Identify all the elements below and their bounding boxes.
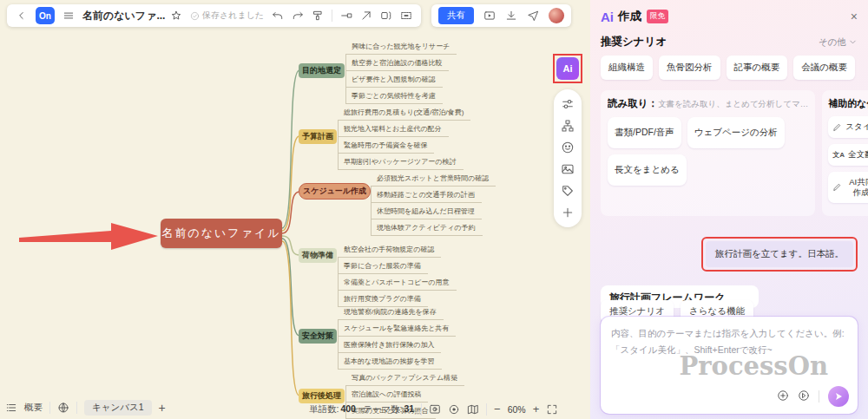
insert-canvas-button[interactable] [798,389,810,404]
locate-icon[interactable] [448,403,460,416]
word-count: 単語数:400 [309,403,356,416]
annotation-arrow [0,0,590,419]
history-board-icon[interactable] [429,403,441,416]
attach-button[interactable] [777,389,789,404]
assist-section: 補助的な作成 スタイルの美化 文A 全文翻訳 AI共同作成 [822,90,868,216]
scenario-fishbone[interactable]: 魚骨図分析 [659,56,720,80]
connector-icon[interactable] [340,10,352,22]
mindmap-subtopic[interactable]: 早期割引やパッケージツアーの検討 [338,154,464,170]
outline-label[interactable]: 概要 [24,402,43,414]
mindmap-subtopic[interactable]: 現地体験アクティビティの予約 [371,219,483,236]
zoom-in-button[interactable]: + [533,403,540,416]
branch-children-budget: 総旅行費用の見積もり(交通/宿泊/食費) 観光地入場料とお土産代の配分 緊急時用… [338,104,470,170]
mindmap-center-node[interactable]: 名前のないファイル [161,219,282,248]
tag-icon [561,184,575,198]
mindmap-subtopic[interactable]: 移動経路ごとの交通手段の計画 [371,187,482,203]
scenario-article-summary[interactable]: 記事の概要 [727,56,788,80]
image-button[interactable] [561,162,575,176]
file-title[interactable]: 名前のないファ... [82,9,162,23]
frame-icon[interactable] [400,10,412,22]
mindmap-subtopic[interactable]: 季節ごとの気候特性を考慮 [345,88,443,104]
smiley-icon [561,141,575,154]
processon-watermark: ProcessOn [679,351,828,381]
reading-heading: 読み取り： [608,97,658,110]
mindmap-subtopic[interactable]: 興味に合った観光地をリサーチ [345,38,457,55]
add-element-button[interactable] [561,206,575,219]
mindmap-subtopic[interactable]: スケジュールを緊急連絡先と共有 [338,320,456,337]
redo-icon[interactable] [292,10,304,22]
mindmap-subtopic[interactable]: 緊急時用の予備資金を確保 [338,137,434,154]
star-icon[interactable] [170,10,182,22]
ai-prompt-input[interactable]: 内容、目的のテーマまたは指示を入力してください。例: 「スタイル美化」、Shif… [601,317,858,414]
mindmap-topic-destination[interactable]: 目的地選定 [299,63,345,78]
collab-pen-icon [832,182,842,192]
close-panel-button[interactable]: × [851,10,858,23]
mindmap-subtopic[interactable]: 現地警察/病院の連絡先を保存 [338,304,444,320]
emoji-button[interactable] [561,141,575,154]
mindmap-subtopic[interactable]: 基本的な現地語の挨拶を学習 [338,353,442,370]
canvas-side-toolbar [554,89,582,227]
tag-button[interactable] [561,184,575,198]
reading-buttons: 書類/PDF/音声 ウェブページの分析 長文をまとめる [608,117,808,186]
ai-panel-title: 作成 [618,9,641,24]
read-summarize-longtext[interactable]: 長文をまとめる [608,154,687,186]
pen-icon [832,122,842,132]
minimap-icon[interactable] [467,403,479,416]
mindmap-topic-luggage[interactable]: 荷物準備 [299,248,337,263]
style-beautify-button[interactable]: スタイルの美化 [828,116,868,138]
mindmap-subtopic[interactable]: 航空会社の手荷物規定の確認 [338,241,441,258]
undo-icon[interactable] [272,10,284,22]
mindmap-subtopic[interactable]: 航空券と宿泊施設の価格比較 [345,55,449,71]
mindmap-canvas[interactable]: 名前のないファイル 目的地選定 興味に合った観光地をリサーチ 航空券と宿泊施設の… [0,0,590,419]
send-button[interactable] [828,386,849,407]
mindmap-topic-schedule[interactable]: スケジュール作成 [299,183,371,200]
toolbar-divider [332,10,332,22]
scenario-meeting-summary[interactable]: 会議の概要 [793,56,855,80]
more-scenarios-dropdown[interactable]: その他 [819,36,858,49]
canvas-tab[interactable]: キャンバス1 [84,400,152,416]
read-doc-pdf-audio[interactable]: 書類/PDF/音声 [608,117,681,148]
theme-globe-icon[interactable] [57,402,69,414]
zoom-level[interactable]: 60% [508,404,526,415]
mindmap-subtopic[interactable]: 宿泊施設への評価投稿 [345,386,428,403]
fullscreen-icon[interactable] [546,403,558,416]
back-icon[interactable] [16,10,28,22]
mindmap-subtopic[interactable]: 総旅行費用の見積もり(交通/宿泊/食費) [338,104,470,121]
adjust-sliders-button[interactable] [561,97,575,111]
present-icon[interactable] [483,10,496,22]
scenario-org-structure[interactable]: 組織構造 [601,56,653,80]
format-painter-icon[interactable] [312,10,324,22]
structure-button[interactable] [561,119,575,133]
read-webpage-analysis[interactable]: ウェブページの分析 [687,117,785,148]
mindmap-subtopic[interactable]: 休憩時間を組み込んだ日程管理 [371,203,482,219]
user-avatar[interactable] [549,8,564,23]
add-canvas-button[interactable]: + [159,401,166,415]
mindmap-subtopic[interactable]: 写真のバックアップシステム構築 [345,370,464,386]
ai-assistant-button[interactable]: Ai [556,57,579,80]
mindmap-topic-budget[interactable]: 予算計画 [299,129,337,144]
mindmap-subtopic[interactable]: 季節に合った服装の準備 [338,258,428,274]
share-button[interactable]: 共有 [438,7,474,24]
processon-logo[interactable]: On [36,7,55,24]
mindmap-topic-safety[interactable]: 安全対策 [299,329,337,344]
menu-icon[interactable] [62,10,75,22]
annotation-box-chat-message: 旅行計画を立てます。日本語。 [701,237,858,272]
structure-icon [561,119,575,133]
send-plane-icon[interactable] [527,10,539,22]
mindmap-subtopic[interactable]: 常備薬とパスポートコピーの用意 [338,274,457,291]
full-translate-button[interactable]: 文A 全文翻訳 [828,144,868,166]
mindmap-subtopic[interactable]: 医療保険付き旅行保険の加入 [338,337,441,353]
ai-panel-header: Ai 作成 限免 × [590,0,868,28]
mindmap-subtopic[interactable]: 必須観光スポットと営業時間の確認 [371,170,496,187]
download-icon[interactable] [505,10,517,22]
zoom-out-button[interactable]: − [494,403,501,416]
ai-collab-button[interactable]: AI共同作成 [828,172,868,203]
mindmap-subtopic[interactable]: ビザ要件と入国規制の確認 [345,71,443,88]
outline-icon[interactable] [5,402,17,414]
shape-brace-icon[interactable] [380,10,392,22]
image-icon [561,162,575,176]
mindmap-topic-posttrip[interactable]: 旅行後処理 [299,389,345,403]
share-toolbar: 共有 [431,4,571,27]
arrow-icon[interactable] [360,10,372,22]
mindmap-subtopic[interactable]: 観光地入場料とお土産代の配分 [338,121,449,137]
